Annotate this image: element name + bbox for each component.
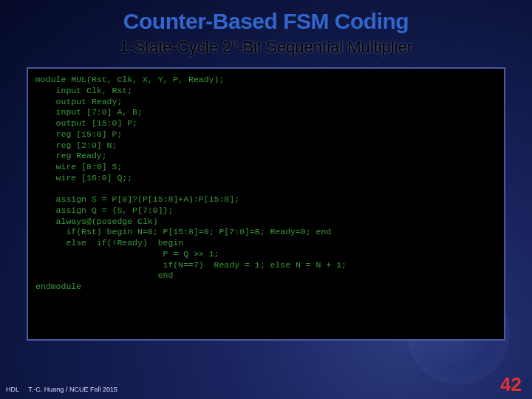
footer-hdl: HDL (6, 386, 19, 393)
subtitle-superscript: n (231, 37, 237, 49)
code-box: module MUL(Rst, Clk, X, Y, P, Ready); in… (27, 67, 505, 341)
slide-title: Counter-Based FSM Coding (0, 0, 532, 34)
page-number: 42 (500, 373, 522, 396)
code-listing: module MUL(Rst, Clk, X, Y, P, Ready); in… (35, 75, 497, 292)
slide: Counter-Based FSM Coding 1-State-Cycle 2… (0, 0, 532, 399)
footer: HDL T.-C. Huang / NCUE Fall 2015 (6, 386, 117, 393)
footer-credit: T.-C. Huang / NCUE Fall 2015 (28, 386, 117, 393)
slide-subtitle: 1-State-Cycle 2n-Bit Sequential Multipli… (0, 37, 532, 57)
subtitle-prefix: 1-State-Cycle 2 (120, 38, 232, 56)
subtitle-suffix: -Bit Sequential Multiplier (237, 38, 412, 56)
